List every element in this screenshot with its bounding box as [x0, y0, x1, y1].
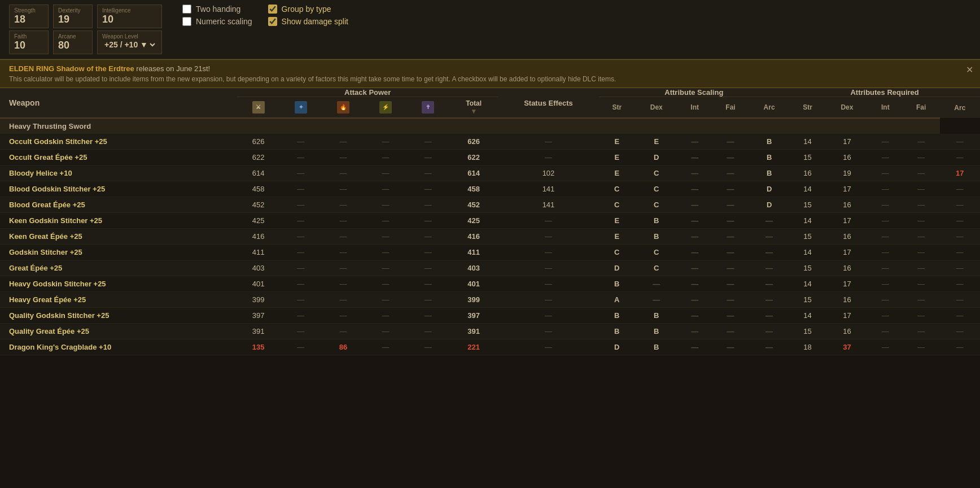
banner-text: This calculator will be updated to inclu… — [9, 75, 971, 83]
numeric-scaling-label[interactable]: Numeric scaling — [196, 17, 252, 26]
req-fai-header: Fai — [903, 97, 940, 119]
weapon-level-select[interactable]: +25 / +10 ▼ — [102, 40, 157, 50]
light-damage-icon: ⚡ — [379, 101, 392, 114]
intelligence-label: Intelligence — [102, 7, 157, 14]
faith-value: 10 — [14, 40, 25, 51]
weapon-type-group-row: Heavy Thrusting Sword — [0, 118, 980, 134]
show-damage-split-row: Show damage split — [268, 17, 348, 26]
banner-close-button[interactable]: ✕ — [966, 64, 973, 75]
weapon-level-label: Weapon Level — [102, 33, 157, 40]
req-dex-header: Dex — [826, 97, 868, 119]
total-header: Total▼ — [449, 97, 498, 119]
attributes-required-header: Attributes Required — [789, 88, 980, 97]
arcane-stat: Arcane 80 — [53, 30, 93, 54]
table-row[interactable]: Keen Great Épée +25416————416—EB———1516—… — [0, 229, 980, 245]
announcement-banner: ELDEN RING Shadow of the Erdtree release… — [0, 59, 980, 88]
holy-icon-header: ✝ — [407, 97, 449, 119]
table-row[interactable]: Occult Great Épée +25622————622—ED——B151… — [0, 150, 980, 165]
banner-title: ELDEN RING Shadow of the Erdtree release… — [9, 64, 971, 73]
intelligence-value: 10 — [102, 14, 113, 25]
dexterity-label: Dexterity — [58, 7, 88, 14]
table-body: Heavy Thrusting SwordOccult Godskin Stit… — [0, 118, 980, 355]
two-handing-checkbox[interactable] — [182, 5, 191, 14]
table-row[interactable]: Godskin Stitcher +25411————411—CC———1417… — [0, 245, 980, 260]
table-row[interactable]: Occult Godskin Stitcher +25626————626—EE… — [0, 134, 980, 150]
fire-damage-icon: 🔥 — [337, 101, 349, 114]
options-group-2: Group by type Show damage split — [268, 5, 348, 26]
req-str-header: Str — [789, 97, 826, 119]
faith-stat: Faith 10 — [9, 30, 49, 54]
faith-label: Faith — [14, 33, 43, 40]
group-by-type-row: Group by type — [268, 5, 348, 14]
table-row[interactable]: Blood Godskin Stitcher +25458————458141C… — [0, 181, 980, 197]
options-group: Two handing Numeric scaling — [182, 5, 252, 26]
status-effects-header: Status Effects — [498, 88, 598, 118]
banner-highlight: ELDEN RING Shadow of the Erdtree — [9, 64, 134, 73]
table-row[interactable]: Dragon King's Cragblade +10135—86——221—D… — [0, 339, 980, 355]
table-row[interactable]: Quality Great Épée +25391————391—BB———15… — [0, 324, 980, 339]
phys-damage-icon: ⚔ — [252, 101, 265, 114]
mag-icon-header: ✦ — [279, 97, 322, 119]
table-row[interactable]: Blood Great Épée +25452————452141CC——D15… — [0, 197, 980, 213]
scaling-str-header: Str — [599, 97, 636, 119]
header: Strength 18 Dexterity 19 Intelligence 10… — [0, 0, 980, 59]
table-row[interactable]: Heavy Great Épée +25399————399—A————1516… — [0, 292, 980, 308]
section-headers-row: Weapon Attack Power Status Effects Attri… — [0, 88, 980, 97]
dexterity-stat: Dexterity 19 — [53, 5, 93, 28]
strength-label: Strength — [14, 7, 43, 14]
table-row[interactable]: Great Épée +25403————403—DC———1516——— — [0, 260, 980, 276]
attribute-scaling-header: Attribute Scaling — [599, 88, 790, 97]
strength-stat: Strength 18 — [9, 5, 49, 28]
arcane-label: Arcane — [58, 33, 88, 40]
req-arc-header: Arc — [940, 97, 980, 119]
fire-icon-header: 🔥 — [322, 97, 364, 119]
phys-icon-header: ⚔ — [237, 97, 279, 119]
numeric-scaling-row: Numeric scaling — [182, 17, 252, 26]
scaling-dex-header: Dex — [635, 97, 677, 119]
banner-date: releases on June 21st! — [134, 64, 210, 73]
scaling-fai-header: Fai — [712, 97, 749, 119]
mag-damage-icon: ✦ — [295, 101, 307, 114]
weapon-level-box[interactable]: Weapon Level +25 / +10 ▼ — [97, 30, 162, 54]
table-row[interactable]: Heavy Godskin Stitcher +25401————401—B——… — [0, 276, 980, 292]
two-handing-row: Two handing — [182, 5, 252, 14]
two-handing-label[interactable]: Two handing — [196, 5, 240, 14]
light-icon-header: ⚡ — [365, 97, 407, 119]
intelligence-stat: Intelligence 10 — [97, 5, 162, 28]
show-damage-split-checkbox[interactable] — [268, 17, 277, 26]
group-by-type-checkbox[interactable] — [268, 5, 277, 14]
table-row[interactable]: Bloody Helice +10614————614102EC——B1619—… — [0, 165, 980, 181]
weapon-column-header: Weapon — [0, 88, 237, 118]
dexterity-value: 19 — [58, 14, 69, 25]
show-damage-split-label[interactable]: Show damage split — [282, 17, 348, 26]
attack-power-header: Attack Power — [237, 88, 498, 97]
scaling-arc-header: Arc — [749, 97, 789, 119]
numeric-scaling-checkbox[interactable] — [182, 17, 191, 26]
strength-value: 18 — [14, 14, 25, 25]
arcane-value: 80 — [58, 40, 69, 51]
table-row[interactable]: Quality Godskin Stitcher +25397————397—B… — [0, 308, 980, 324]
stats-group: Strength 18 Dexterity 19 Intelligence 10… — [9, 5, 162, 54]
table-row[interactable]: Keen Godskin Stitcher +25425————425—EB——… — [0, 213, 980, 229]
weapons-table: Weapon Attack Power Status Effects Attri… — [0, 88, 980, 355]
weapons-table-container: Weapon Attack Power Status Effects Attri… — [0, 88, 980, 355]
holy-damage-icon: ✝ — [422, 101, 434, 114]
group-by-type-label[interactable]: Group by type — [282, 5, 331, 14]
scaling-int-header: Int — [677, 97, 712, 119]
req-int-header: Int — [868, 97, 903, 119]
